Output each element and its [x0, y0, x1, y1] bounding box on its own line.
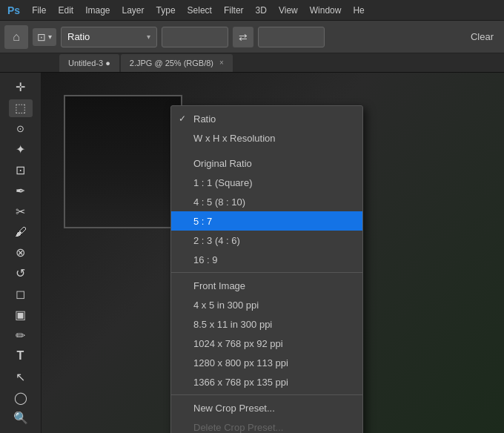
dropdown-wxhxres-label: W x H x Resolution [193, 133, 276, 144]
dropdown-8x11-label: 8.5 x 11 in 300 ppi [193, 319, 272, 330]
dropdown-1x1-label: 1 : 1 (Square) [193, 177, 253, 188]
move-icon: ✛ [16, 80, 25, 94]
dropdown-1024x768-label: 1024 x 768 px 92 ppi [193, 338, 283, 349]
gradient-tool[interactable]: ▣ [9, 306, 33, 324]
eraser-tool[interactable]: ◻ [9, 285, 33, 303]
eyedropper-tool[interactable]: ✒ [9, 182, 33, 199]
dropdown-item-new-preset[interactable]: New Crop Preset... [171, 398, 362, 417]
menu-edit[interactable]: Edit [53, 4, 78, 17]
zoom-tool[interactable]: 🔍 [9, 409, 33, 427]
menu-type[interactable]: Type [152, 4, 180, 17]
dropdown-5x7-label: 5 : 7 [193, 216, 212, 227]
dropdown-2x3-label: 2 : 3 (4 : 6) [193, 235, 240, 246]
history-brush-tool[interactable]: ↺ [9, 265, 33, 282]
zoom-icon: 🔍 [13, 411, 28, 425]
menu-bar: Ps File Edit Image Layer Type Select Fil… [0, 0, 504, 21]
dropdown-item-1x1[interactable]: 1 : 1 (Square) [171, 173, 362, 192]
quick-select-icon: ✦ [16, 142, 25, 156]
dropdown-1280x800-label: 1280 x 800 px 113 ppi [193, 357, 288, 368]
dropdown-separator-1 [171, 148, 362, 153]
dropdown-item-1280x800[interactable]: 1280 x 800 px 113 ppi [171, 353, 362, 372]
home-icon: ⌂ [13, 30, 20, 44]
crop-tool-icon: ⊡ [16, 163, 25, 177]
tab-untitled-3-label: Untitled-3 ● [68, 59, 110, 67]
crop-icon: ⊡ [37, 31, 46, 43]
dropdown-original-label: Original Ratio [193, 158, 252, 169]
dropdown-front-label: Front Image [193, 280, 245, 291]
dropdown-item-2x3[interactable]: 2 : 3 (4 : 6) [171, 231, 362, 250]
dropdown-item-1024x768[interactable]: 1024 x 768 px 92 ppi [171, 334, 362, 353]
crop-tool-button[interactable]: ⊡ ▾ [33, 28, 56, 46]
lasso-tool[interactable]: ⊙ [9, 120, 33, 138]
eraser-icon: ◻ [16, 287, 25, 301]
menu-view[interactable]: View [274, 4, 302, 17]
tab-untitled-3[interactable]: Untitled-3 ● [59, 54, 119, 72]
move-tool[interactable]: ✛ [9, 79, 33, 96]
clear-button[interactable]: Clear [465, 27, 500, 47]
brush-icon: 🖌 [15, 225, 27, 239]
menu-file[interactable]: File [27, 4, 50, 17]
canvas-image [64, 95, 182, 228]
lasso-icon: ⊙ [16, 123, 24, 134]
menu-filter[interactable]: Filter [219, 4, 248, 17]
dropdown-item-delete-preset: Delete Crop Preset... [171, 417, 362, 433]
dropdown-item-wxhxres[interactable]: W x H x Resolution [171, 128, 362, 148]
dropdown-delete-preset-label: Delete Crop Preset... [193, 422, 283, 433]
marquee-icon: ⬚ [15, 101, 26, 115]
dropdown-item-4x5[interactable]: 4 : 5 (8 : 10) [171, 192, 362, 211]
ratio-label: Ratio [67, 31, 90, 42]
dropdown-item-1366x768[interactable]: 1366 x 768 px 135 ppi [171, 372, 362, 391]
height-input[interactable] [258, 27, 325, 47]
pen-tool[interactable]: ✏ [9, 327, 33, 345]
toolbar: ⌂ ⊡ ▾ Ratio ▾ ⇄ Clear [0, 21, 504, 53]
tab-jpg[interactable]: 2.JPG @ 25% (RGB/8) × [121, 54, 233, 72]
main-area: ✛ ⬚ ⊙ ✦ ⊡ ✒ ✂ 🖌 ⊗ ↺ ◻ ▣ ✏ T ↖ ◯ 🔍 Ratio … [0, 73, 504, 433]
width-input[interactable] [162, 27, 228, 47]
healing-icon: ✂ [16, 205, 25, 219]
tab-bar: Untitled-3 ● 2.JPG @ 25% (RGB/8) × [0, 53, 504, 73]
shape-icon: ◯ [14, 391, 27, 405]
path-icon: ↖ [16, 370, 25, 384]
menu-3d[interactable]: 3D [251, 4, 271, 17]
dropdown-item-front[interactable]: Front Image [171, 276, 362, 295]
dropdown-item-5x7[interactable]: 5 : 7 [171, 211, 362, 231]
menu-help[interactable]: He [348, 4, 368, 17]
type-tool[interactable]: T [9, 347, 33, 365]
dropdown-item-16x9[interactable]: 16 : 9 [171, 250, 362, 269]
quick-select-tool[interactable]: ✦ [9, 141, 33, 159]
path-select-tool[interactable]: ↖ [9, 368, 33, 386]
brush-tool[interactable]: 🖌 [9, 223, 33, 241]
clone-tool[interactable]: ⊗ [9, 244, 33, 262]
ratio-dropdown[interactable]: Ratio ▾ [61, 27, 157, 47]
swap-button[interactable]: ⇄ [233, 27, 253, 47]
crop-arrow-icon: ▾ [48, 33, 52, 41]
shape-tool[interactable]: ◯ [9, 389, 33, 406]
dropdown-1366x768-label: 1366 x 768 px 135 ppi [193, 377, 288, 388]
home-button[interactable]: ⌂ [4, 25, 28, 49]
dropdown-item-8x11[interactable]: 8.5 x 11 in 300 ppi [171, 314, 362, 334]
dropdown-new-preset-label: New Crop Preset... [193, 403, 275, 414]
menu-select[interactable]: Select [183, 4, 216, 17]
dropdown-item-original[interactable]: Original Ratio [171, 153, 362, 173]
dropdown-divider-2 [171, 272, 362, 273]
menu-image[interactable]: Image [81, 4, 114, 17]
marquee-tool[interactable]: ⬚ [9, 99, 33, 117]
healing-tool[interactable]: ✂ [9, 202, 33, 220]
pen-icon: ✏ [16, 328, 25, 343]
gradient-icon: ▣ [15, 308, 26, 322]
left-sidebar: ✛ ⬚ ⊙ ✦ ⊡ ✒ ✂ 🖌 ⊗ ↺ ◻ ▣ ✏ T ↖ ◯ 🔍 [0, 73, 42, 433]
dropdown-item-ratio[interactable]: Ratio [171, 109, 362, 128]
eyedropper-icon: ✒ [16, 184, 25, 198]
dropdown-4x5in-label: 4 x 5 in 300 ppi [193, 300, 259, 311]
dropdown-arrow-icon: ▾ [147, 33, 150, 41]
menu-window[interactable]: Window [305, 4, 346, 17]
type-icon: T [17, 349, 24, 363]
ps-logo: Ps [3, 3, 24, 18]
canvas-area: Ratio W x H x Resolution Original Ratio … [42, 73, 504, 433]
crop-tool[interactable]: ⊡ [9, 162, 33, 179]
menu-layer[interactable]: Layer [118, 4, 149, 17]
tab-jpg-close-icon[interactable]: × [219, 59, 224, 67]
dropdown-item-4x5in[interactable]: 4 x 5 in 300 ppi [171, 295, 362, 314]
ratio-dropdown-menu: Ratio W x H x Resolution Original Ratio … [170, 105, 363, 433]
history-icon: ↺ [16, 266, 25, 280]
